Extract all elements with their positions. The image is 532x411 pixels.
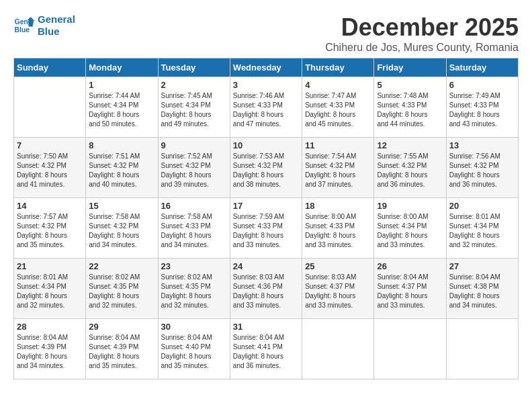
calendar-day-cell: 12Sunrise: 7:55 AM Sunset: 4:32 PM Dayli…: [374, 138, 446, 198]
day-info: Sunrise: 7:52 AM Sunset: 4:32 PM Dayligh…: [161, 152, 227, 189]
day-number: 26: [377, 261, 443, 271]
weekday-header-cell: Sunday: [14, 58, 86, 77]
day-info: Sunrise: 7:47 AM Sunset: 4:33 PM Dayligh…: [305, 91, 371, 129]
logo-text-line2: Blue: [38, 26, 75, 38]
day-number: 16: [161, 201, 227, 211]
day-number: 31: [233, 322, 299, 332]
day-number: 6: [449, 80, 515, 90]
day-info: Sunrise: 7:49 AM Sunset: 4:33 PM Dayligh…: [449, 91, 515, 129]
calendar-week-row: 1Sunrise: 7:44 AM Sunset: 4:34 PM Daylig…: [14, 77, 519, 138]
day-number: 28: [17, 322, 83, 332]
weekday-header-cell: Friday: [374, 58, 446, 77]
day-number: 14: [17, 201, 83, 211]
day-info: Sunrise: 8:04 AM Sunset: 4:39 PM Dayligh…: [89, 333, 154, 371]
day-info: Sunrise: 7:45 AM Sunset: 4:34 PM Dayligh…: [161, 91, 227, 129]
day-number: 21: [17, 261, 83, 271]
calendar-day-cell: 23Sunrise: 8:02 AM Sunset: 4:35 PM Dayli…: [158, 259, 230, 319]
calendar-day-cell: 28Sunrise: 8:04 AM Sunset: 4:39 PM Dayli…: [14, 319, 86, 379]
day-info: Sunrise: 8:04 AM Sunset: 4:40 PM Dayligh…: [161, 333, 227, 371]
day-number: 7: [17, 140, 83, 150]
calendar-body: 1Sunrise: 7:44 AM Sunset: 4:34 PM Daylig…: [14, 77, 519, 379]
day-number: 4: [305, 80, 371, 90]
day-info: Sunrise: 7:59 AM Sunset: 4:33 PM Dayligh…: [233, 212, 299, 250]
calendar-day-cell: 11Sunrise: 7:54 AM Sunset: 4:32 PM Dayli…: [302, 138, 374, 198]
weekday-header-cell: Monday: [86, 58, 158, 77]
calendar-day-cell: 9Sunrise: 7:52 AM Sunset: 4:32 PM Daylig…: [158, 138, 230, 198]
day-info: Sunrise: 7:51 AM Sunset: 4:32 PM Dayligh…: [89, 152, 154, 189]
day-info: Sunrise: 7:58 AM Sunset: 4:33 PM Dayligh…: [161, 212, 227, 250]
day-info: Sunrise: 8:00 AM Sunset: 4:34 PM Dayligh…: [377, 212, 443, 250]
weekday-header-cell: Saturday: [446, 58, 518, 77]
day-info: Sunrise: 8:01 AM Sunset: 4:34 PM Dayligh…: [17, 273, 83, 310]
day-number: 22: [89, 261, 154, 271]
calendar-table: SundayMondayTuesdayWednesdayThursdayFrid…: [13, 58, 519, 379]
day-info: Sunrise: 7:44 AM Sunset: 4:34 PM Dayligh…: [89, 91, 154, 129]
day-info: Sunrise: 7:56 AM Sunset: 4:32 PM Dayligh…: [449, 152, 515, 189]
calendar-week-row: 7Sunrise: 7:50 AM Sunset: 4:32 PM Daylig…: [14, 138, 519, 198]
day-info: Sunrise: 8:04 AM Sunset: 4:37 PM Dayligh…: [377, 273, 443, 310]
logo: General Blue General Blue: [13, 13, 75, 38]
day-number: 12: [377, 140, 443, 150]
day-number: 20: [449, 201, 515, 211]
calendar-day-cell: 30Sunrise: 8:04 AM Sunset: 4:40 PM Dayli…: [158, 319, 230, 379]
calendar-day-cell: 31Sunrise: 8:04 AM Sunset: 4:41 PM Dayli…: [230, 319, 302, 379]
day-number: 13: [449, 140, 515, 150]
calendar-day-cell: 15Sunrise: 7:58 AM Sunset: 4:32 PM Dayli…: [86, 198, 158, 259]
day-info: Sunrise: 7:48 AM Sunset: 4:33 PM Dayligh…: [377, 91, 443, 129]
calendar-day-cell: 1Sunrise: 7:44 AM Sunset: 4:34 PM Daylig…: [86, 77, 158, 138]
logo-text-line1: General: [38, 13, 75, 26]
calendar-day-cell: 24Sunrise: 8:03 AM Sunset: 4:36 PM Dayli…: [230, 259, 302, 319]
day-number: 2: [161, 80, 227, 90]
calendar-day-cell: 16Sunrise: 7:58 AM Sunset: 4:33 PM Dayli…: [158, 198, 230, 259]
day-number: 3: [233, 80, 299, 90]
day-number: 15: [89, 201, 154, 211]
calendar-week-row: 21Sunrise: 8:01 AM Sunset: 4:34 PM Dayli…: [14, 259, 519, 319]
calendar-week-row: 14Sunrise: 7:57 AM Sunset: 4:32 PM Dayli…: [14, 198, 519, 259]
day-info: Sunrise: 7:55 AM Sunset: 4:32 PM Dayligh…: [377, 152, 443, 189]
calendar-day-cell: 29Sunrise: 8:04 AM Sunset: 4:39 PM Dayli…: [86, 319, 158, 379]
calendar-day-cell: 25Sunrise: 8:03 AM Sunset: 4:37 PM Dayli…: [302, 259, 374, 319]
day-info: Sunrise: 8:02 AM Sunset: 4:35 PM Dayligh…: [89, 273, 154, 310]
calendar-day-cell: [302, 319, 374, 379]
calendar-day-cell: 5Sunrise: 7:48 AM Sunset: 4:33 PM Daylig…: [374, 77, 446, 138]
calendar-day-cell: 6Sunrise: 7:49 AM Sunset: 4:33 PM Daylig…: [446, 77, 518, 138]
day-number: 1: [89, 80, 154, 90]
day-info: Sunrise: 7:54 AM Sunset: 4:32 PM Dayligh…: [305, 152, 371, 189]
day-info: Sunrise: 8:04 AM Sunset: 4:39 PM Dayligh…: [17, 333, 83, 371]
weekday-header-row: SundayMondayTuesdayWednesdayThursdayFrid…: [14, 58, 519, 77]
weekday-header-cell: Thursday: [302, 58, 374, 77]
calendar-day-cell: 7Sunrise: 7:50 AM Sunset: 4:32 PM Daylig…: [14, 138, 86, 198]
calendar-day-cell: 2Sunrise: 7:45 AM Sunset: 4:34 PM Daylig…: [158, 77, 230, 138]
day-info: Sunrise: 7:58 AM Sunset: 4:32 PM Dayligh…: [89, 212, 154, 250]
calendar-day-cell: [446, 319, 518, 379]
month-title: December 2025: [325, 13, 519, 42]
calendar-day-cell: 13Sunrise: 7:56 AM Sunset: 4:32 PM Dayli…: [446, 138, 518, 198]
calendar-day-cell: 4Sunrise: 7:47 AM Sunset: 4:33 PM Daylig…: [302, 77, 374, 138]
calendar-day-cell: 26Sunrise: 8:04 AM Sunset: 4:37 PM Dayli…: [374, 259, 446, 319]
day-number: 24: [233, 261, 299, 271]
calendar-day-cell: [374, 319, 446, 379]
day-info: Sunrise: 7:57 AM Sunset: 4:32 PM Dayligh…: [17, 212, 83, 250]
day-number: 5: [377, 80, 443, 90]
day-info: Sunrise: 8:03 AM Sunset: 4:37 PM Dayligh…: [305, 273, 371, 310]
weekday-header-cell: Tuesday: [158, 58, 230, 77]
day-info: Sunrise: 8:00 AM Sunset: 4:33 PM Dayligh…: [305, 212, 371, 250]
calendar-day-cell: 8Sunrise: 7:51 AM Sunset: 4:32 PM Daylig…: [86, 138, 158, 198]
day-info: Sunrise: 8:01 AM Sunset: 4:34 PM Dayligh…: [449, 212, 515, 250]
calendar-day-cell: 27Sunrise: 8:04 AM Sunset: 4:38 PM Dayli…: [446, 259, 518, 319]
header: General Blue General Blue December 2025 …: [13, 13, 519, 54]
day-number: 9: [161, 140, 227, 150]
calendar-day-cell: 18Sunrise: 8:00 AM Sunset: 4:33 PM Dayli…: [302, 198, 374, 259]
location-subtitle: Chiheru de Jos, Mures County, Romania: [325, 42, 519, 54]
day-number: 23: [161, 261, 227, 271]
calendar-day-cell: 19Sunrise: 8:00 AM Sunset: 4:34 PM Dayli…: [374, 198, 446, 259]
day-info: Sunrise: 7:50 AM Sunset: 4:32 PM Dayligh…: [17, 152, 83, 189]
title-area: December 2025 Chiheru de Jos, Mures Coun…: [325, 13, 519, 54]
day-number: 18: [305, 201, 371, 211]
day-info: Sunrise: 7:53 AM Sunset: 4:32 PM Dayligh…: [233, 152, 299, 189]
day-info: Sunrise: 8:02 AM Sunset: 4:35 PM Dayligh…: [161, 273, 227, 310]
day-info: Sunrise: 7:46 AM Sunset: 4:33 PM Dayligh…: [233, 91, 299, 129]
calendar-day-cell: 10Sunrise: 7:53 AM Sunset: 4:32 PM Dayli…: [230, 138, 302, 198]
day-info: Sunrise: 8:04 AM Sunset: 4:38 PM Dayligh…: [449, 273, 515, 310]
svg-marker-2: [28, 19, 32, 26]
